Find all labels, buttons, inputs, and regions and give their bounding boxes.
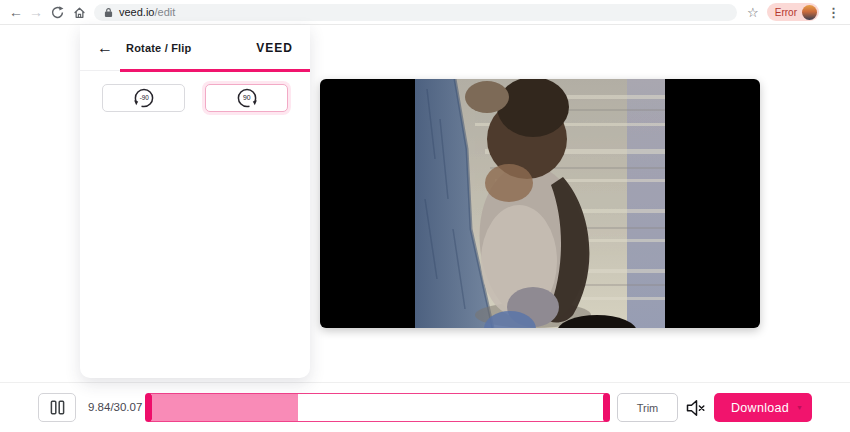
download-label: Download bbox=[728, 401, 792, 415]
caret-down-icon[interactable]: ▼ bbox=[796, 404, 803, 411]
active-tab-underline bbox=[120, 69, 310, 72]
profile-badge-label: Error bbox=[775, 7, 797, 18]
trim-end-handle[interactable] bbox=[603, 393, 610, 422]
home-icon[interactable] bbox=[68, 6, 90, 19]
svg-text:-90: -90 bbox=[139, 94, 149, 101]
url-host: veed.io bbox=[119, 6, 154, 18]
video-frame bbox=[415, 79, 665, 328]
playback-time: 9.84/30.07 bbox=[88, 401, 142, 413]
back-icon[interactable]: ← bbox=[6, 0, 26, 24]
bottom-bar-divider bbox=[0, 382, 850, 383]
veed-logo: VEED bbox=[256, 41, 293, 55]
rotate-cw-button[interactable]: 90 bbox=[205, 84, 288, 112]
panel-back-icon[interactable]: ← bbox=[97, 40, 113, 56]
rotate-ccw-button[interactable]: -90 bbox=[102, 84, 185, 112]
refresh-icon[interactable] bbox=[46, 6, 68, 19]
svg-text:90: 90 bbox=[242, 94, 250, 101]
timeline-progress-fill bbox=[152, 394, 298, 421]
rotate-flip-panel: ← Rotate / Flip VEED -90 90 bbox=[80, 25, 310, 378]
avatar bbox=[802, 5, 817, 20]
forward-icon[interactable]: → bbox=[26, 0, 46, 24]
bookmark-icon[interactable]: ☆ bbox=[747, 5, 759, 20]
profile-badge[interactable]: Error bbox=[767, 3, 819, 21]
download-button[interactable]: Download ▼ bbox=[714, 393, 812, 422]
timeline-track bbox=[152, 394, 603, 421]
panel-title: Rotate / Flip bbox=[126, 42, 192, 54]
trim-start-handle[interactable] bbox=[145, 393, 152, 422]
menu-icon[interactable]: ⋮ bbox=[827, 5, 840, 20]
rotate-cw-icon: 90 bbox=[234, 85, 260, 111]
pause-icon bbox=[50, 400, 65, 415]
pause-button[interactable] bbox=[38, 393, 76, 422]
timeline-trim-bar[interactable] bbox=[145, 393, 610, 422]
rotate-ccw-icon: -90 bbox=[131, 85, 157, 111]
lock-icon bbox=[104, 7, 113, 18]
browser-toolbar: ← → veed.io/edit ☆ Error ⋮ bbox=[0, 0, 850, 25]
rotate-buttons-row: -90 90 bbox=[80, 71, 310, 112]
mute-icon[interactable] bbox=[684, 397, 706, 419]
panel-header: ← Rotate / Flip VEED bbox=[80, 25, 310, 71]
url-path: /edit bbox=[154, 6, 175, 18]
address-bar[interactable]: veed.io/edit bbox=[94, 4, 737, 21]
trim-button[interactable]: Trim bbox=[617, 393, 678, 422]
video-preview[interactable] bbox=[320, 79, 760, 328]
